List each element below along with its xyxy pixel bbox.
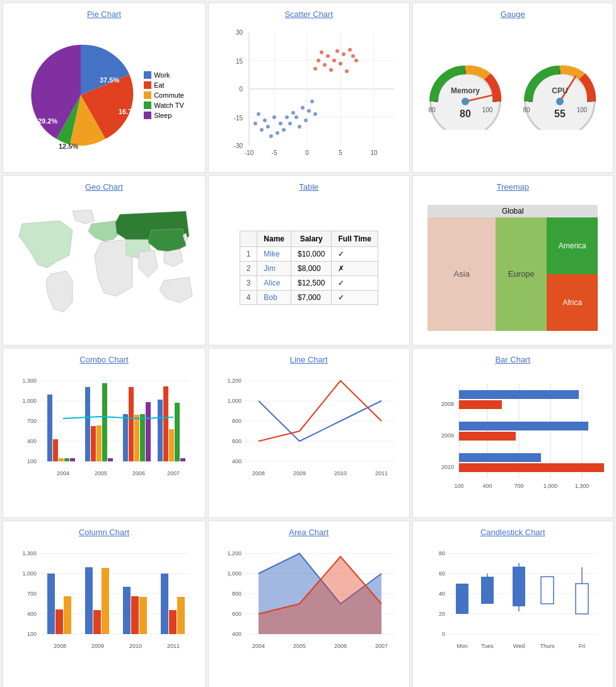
area-chart-title[interactable]: Area Chart xyxy=(289,528,328,537)
combo-chart-area: 1,300 1,000 700 400 100 2004 2005 2006 2… xyxy=(9,369,199,511)
svg-point-43 xyxy=(272,115,276,119)
svg-text:400: 400 xyxy=(27,611,37,617)
table-area: Name Salary Full Time 1 Mike $10,000 ✓ 2… xyxy=(215,197,403,338)
svg-text:2008: 2008 xyxy=(54,643,66,649)
svg-point-40 xyxy=(307,109,311,113)
svg-rect-97 xyxy=(146,402,151,461)
svg-point-38 xyxy=(282,128,286,132)
svg-rect-198 xyxy=(513,567,525,606)
row-num: 2 xyxy=(240,261,257,275)
svg-text:30: 30 xyxy=(236,29,243,36)
svg-rect-100 xyxy=(169,429,174,461)
svg-rect-131 xyxy=(459,400,502,409)
candlestick-chart-title[interactable]: Candlestick Chart xyxy=(480,528,545,537)
svg-rect-155 xyxy=(102,568,109,634)
legend-sleep: Sleep xyxy=(144,112,184,119)
bar-chart-cell: Bar Chart 2008 2009 2010 100 400 700 1,0… xyxy=(412,348,614,518)
svg-rect-157 xyxy=(131,596,139,634)
svg-point-25 xyxy=(320,50,323,54)
svg-point-42 xyxy=(276,131,279,135)
pie-label-work: 37.5% xyxy=(100,76,119,84)
table-title[interactable]: Table xyxy=(299,182,318,192)
svg-rect-83 xyxy=(47,395,52,461)
svg-text:2008: 2008 xyxy=(441,401,454,407)
line-svg: 1,200 1,000 800 600 400 2008 2009 2010 2… xyxy=(218,371,400,510)
pie-chart-cell: Pie Chart 37.5% 16.7% 12.5% xyxy=(3,3,206,173)
treemap-asia: Asia xyxy=(427,217,496,331)
svg-point-19 xyxy=(326,54,330,58)
treemap-area: Global Asia Europe America Africa xyxy=(419,197,607,338)
svg-point-49 xyxy=(313,112,317,116)
pie-chart-title[interactable]: Pie Chart xyxy=(87,9,121,19)
svg-rect-95 xyxy=(134,415,139,461)
legend-label-sleep: Sleep xyxy=(154,112,171,119)
svg-rect-161 xyxy=(177,597,185,634)
svg-rect-160 xyxy=(169,610,177,634)
svg-rect-85 xyxy=(59,458,64,461)
svg-point-44 xyxy=(266,125,270,129)
svg-rect-159 xyxy=(161,574,168,634)
svg-rect-150 xyxy=(47,574,55,634)
bar-chart-area: 2008 2009 2010 100 400 700 1,000 1,300 xyxy=(419,369,607,511)
svg-text:80: 80 xyxy=(523,107,531,113)
svg-text:2005: 2005 xyxy=(95,470,107,476)
svg-point-45 xyxy=(269,134,273,138)
svg-text:2009: 2009 xyxy=(441,432,454,439)
bar-chart-title[interactable]: Bar Chart xyxy=(495,355,530,364)
svg-text:Tues: Tues xyxy=(481,643,494,649)
svg-text:700: 700 xyxy=(514,483,524,489)
cpu-gauge-svg: CPU 80 100 55 xyxy=(519,61,601,130)
svg-text:100: 100 xyxy=(482,107,493,113)
svg-text:Wed: Wed xyxy=(513,643,525,649)
table-row: 2 Jim $8,000 ✗ xyxy=(240,261,378,275)
svg-text:1,200: 1,200 xyxy=(227,550,241,557)
svg-rect-158 xyxy=(139,597,147,634)
pie-label-eat: 16.7% xyxy=(119,108,137,115)
svg-text:2009: 2009 xyxy=(293,470,306,476)
table-row: 4 Bob $7,000 ✓ xyxy=(240,290,378,304)
row-fulltime: ✗ xyxy=(332,261,378,275)
gauge-area: Memory 80 100 80 xyxy=(419,24,607,166)
column-chart-title[interactable]: Column Chart xyxy=(79,528,129,537)
legend-commute: Commute xyxy=(144,91,184,99)
combo-chart-title[interactable]: Combo Chart xyxy=(79,355,128,364)
svg-text:2008: 2008 xyxy=(252,470,265,476)
svg-text:2010: 2010 xyxy=(129,643,142,649)
col-header-num xyxy=(240,231,257,246)
svg-text:1,000: 1,000 xyxy=(227,398,241,404)
svg-rect-90 xyxy=(96,425,102,461)
svg-text:1,000: 1,000 xyxy=(22,398,37,404)
column-svg: 1,300 1,000 700 400 100 2008 2009 2010 2… xyxy=(13,544,195,683)
gauge-title[interactable]: Gauge xyxy=(501,9,525,19)
geo-chart-area xyxy=(9,197,199,338)
scatter-chart-area: 30 15 0 -15 -30 -10 -5 0 5 10 xyxy=(215,24,403,166)
svg-text:400: 400 xyxy=(232,631,241,637)
svg-text:Fri: Fri xyxy=(579,643,586,649)
svg-text:5: 5 xyxy=(339,149,342,156)
legend-label-commute: Commute xyxy=(154,91,184,99)
svg-text:2010: 2010 xyxy=(441,464,454,470)
svg-rect-94 xyxy=(129,387,134,461)
legend-label-watchtv: Watch TV xyxy=(154,101,184,109)
svg-rect-99 xyxy=(163,386,168,461)
svg-text:40: 40 xyxy=(439,591,445,597)
row-fulltime: ✓ xyxy=(332,290,378,304)
svg-point-31 xyxy=(351,54,355,58)
svg-text:2004: 2004 xyxy=(57,470,69,476)
geo-chart-title[interactable]: Geo Chart xyxy=(85,182,123,192)
candlestick-svg: 80 60 40 20 0 Mon Tues Wed Thurs Fri xyxy=(421,544,604,683)
svg-text:400: 400 xyxy=(27,438,37,444)
treemap-title[interactable]: Treemap xyxy=(496,182,529,192)
area-chart-cell: Area Chart 1,200 1,000 800 600 400 2004 … xyxy=(208,521,410,687)
scatter-chart-title[interactable]: Scatter Chart xyxy=(284,9,333,19)
svg-point-51 xyxy=(257,112,260,116)
svg-text:1,000: 1,000 xyxy=(227,570,241,577)
line-chart-title[interactable]: Line Chart xyxy=(290,355,328,364)
treemap-body: Asia Europe America Africa xyxy=(427,217,598,331)
cpu-gauge: CPU 80 100 55 xyxy=(519,61,601,130)
svg-point-65 xyxy=(556,98,564,105)
area-chart-area: 1,200 1,000 800 600 400 2004 2005 2006 2… xyxy=(215,542,403,684)
svg-rect-200 xyxy=(541,577,554,604)
svg-text:700: 700 xyxy=(27,418,37,424)
svg-rect-91 xyxy=(102,383,107,461)
